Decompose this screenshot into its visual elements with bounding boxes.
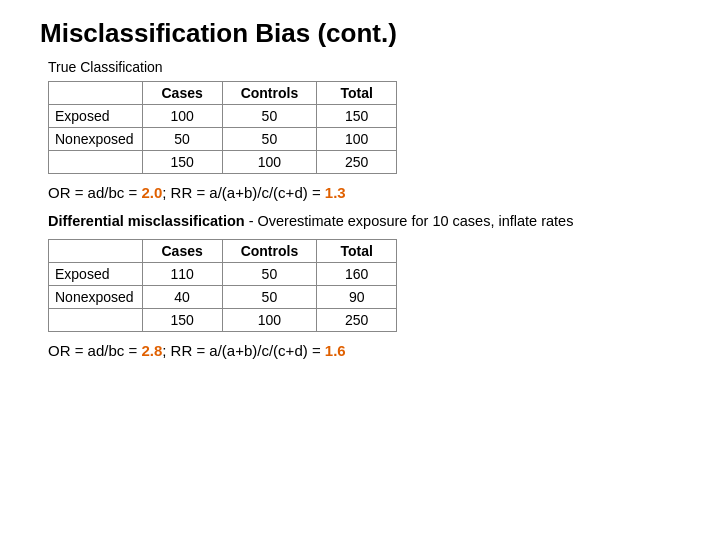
table2-row1-cases: 110 xyxy=(142,263,222,286)
formula1: OR = ad/bc = 2.0; RR = a/(a+b)/c/(c+d) =… xyxy=(48,184,690,201)
table1-row1-cases: 100 xyxy=(142,105,222,128)
table1-row3-total: 250 xyxy=(317,151,397,174)
table2-header-cases: Cases xyxy=(142,240,222,263)
diff-label: Differential misclassification xyxy=(48,213,245,229)
formula1-rr: 1.3 xyxy=(325,184,346,201)
table1-row2-label: Nonexposed xyxy=(49,128,143,151)
formula1-prefix: OR = ad/bc = xyxy=(48,184,141,201)
diff-desc: - Overestimate exposure for 10 cases, in… xyxy=(245,213,574,229)
table1-row1-label: Exposed xyxy=(49,105,143,128)
main-title: Misclassification Bias (cont.) xyxy=(40,18,690,49)
section1-label: True Classification xyxy=(48,59,690,75)
formula2-rr: 1.6 xyxy=(325,342,346,359)
table1-row2-cases: 50 xyxy=(142,128,222,151)
table2: Cases Controls Total Exposed 110 50 160 … xyxy=(48,239,397,332)
table2-row2-total: 90 xyxy=(317,286,397,309)
table2-row1-total: 160 xyxy=(317,263,397,286)
table1-row1-controls: 50 xyxy=(222,105,317,128)
formula1-middle: ; RR = a/(a+b)/c/(c+d) = xyxy=(162,184,325,201)
table2-row3-label xyxy=(49,309,143,332)
table2-row1-controls: 50 xyxy=(222,263,317,286)
table1-row3-label xyxy=(49,151,143,174)
table2-row2-label: Nonexposed xyxy=(49,286,143,309)
table2-row3-total: 250 xyxy=(317,309,397,332)
table1-row3-controls: 100 xyxy=(222,151,317,174)
table2-header-empty xyxy=(49,240,143,263)
formula2-or: 2.8 xyxy=(141,342,162,359)
table2-header-total: Total xyxy=(317,240,397,263)
table2-row2-cases: 40 xyxy=(142,286,222,309)
formula2: OR = ad/bc = 2.8; RR = a/(a+b)/c/(c+d) =… xyxy=(48,342,690,359)
table2-row2-controls: 50 xyxy=(222,286,317,309)
formula1-or: 2.0 xyxy=(141,184,162,201)
table2-row1-label: Exposed xyxy=(49,263,143,286)
table2-row3-cases: 150 xyxy=(142,309,222,332)
table2-row3-controls: 100 xyxy=(222,309,317,332)
page: Misclassification Bias (cont.) True Clas… xyxy=(0,0,720,540)
table1-row2-total: 100 xyxy=(317,128,397,151)
table1-row1-total: 150 xyxy=(317,105,397,128)
formula2-prefix: OR = ad/bc = xyxy=(48,342,141,359)
formula2-middle: ; RR = a/(a+b)/c/(c+d) = xyxy=(162,342,325,359)
table1-row3-cases: 150 xyxy=(142,151,222,174)
table1-row2-controls: 50 xyxy=(222,128,317,151)
table1-header-empty xyxy=(49,82,143,105)
table2-header-controls: Controls xyxy=(222,240,317,263)
table1-header-cases: Cases xyxy=(142,82,222,105)
table1-header-total: Total xyxy=(317,82,397,105)
table1: Cases Controls Total Exposed 100 50 150 … xyxy=(48,81,397,174)
diff-text: Differential misclassification - Overest… xyxy=(48,211,690,231)
table1-header-controls: Controls xyxy=(222,82,317,105)
